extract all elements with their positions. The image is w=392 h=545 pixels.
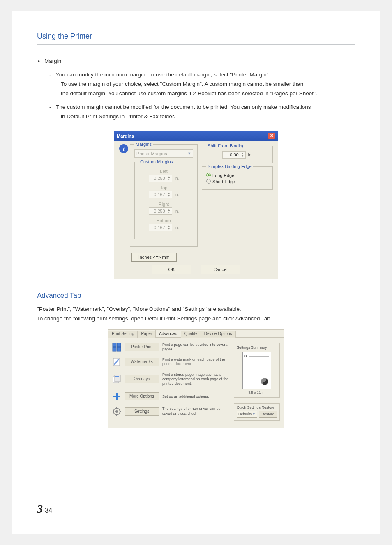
overlays-icon — [112, 375, 121, 384]
left-label: Left — [139, 169, 189, 174]
svg-rect-2 — [113, 347, 116, 351]
chevron-down-icon: ▼ — [187, 152, 191, 156]
poster-print-button[interactable]: Poster Print — [125, 343, 159, 351]
more-options-button[interactable]: More Options — [125, 392, 159, 400]
quick-settings-restore-box: Quick Settings Restore Defaults ▼ Restor… — [234, 403, 280, 421]
tab-quality[interactable]: Quality — [181, 331, 201, 338]
crop-mark — [9, 0, 9, 10]
info-icon: i — [119, 144, 128, 153]
page-content: Using the Printer Margin You can modify … — [12, 11, 380, 534]
right-margin-input[interactable]: ▲▼ — [149, 207, 172, 215]
watermarks-row: Watermarks Print a watermark on each pag… — [112, 357, 230, 367]
crop-mark — [0, 9, 10, 9]
page-suffix: -34 — [43, 507, 52, 514]
more-options-icon — [112, 392, 121, 401]
crop-mark — [9, 535, 9, 545]
short-edge-radio[interactable]: Short Edge — [206, 179, 268, 184]
simplex-binding-legend: Simplex Binding Edge — [206, 164, 253, 169]
svg-rect-3 — [117, 347, 121, 351]
ok-button[interactable]: OK — [152, 265, 191, 274]
poster-print-row: Poster Print Print a page can be devided… — [112, 343, 230, 352]
shift-binding-input[interactable]: ▲▼ — [222, 151, 246, 159]
radio-off-icon — [206, 179, 211, 184]
settings-gear-icon — [112, 407, 121, 416]
paper-size-label: 8.5 x 11 in. — [237, 391, 277, 395]
tab-strip: Print Setting Paper Advanced Quality Dev… — [108, 330, 284, 337]
paper-preview-icon: S — [242, 352, 271, 389]
margin-desc-line: You can modify the minimum margin. To us… — [56, 71, 270, 78]
margin-desc-line: To use the margin of your choice, select… — [61, 81, 303, 87]
crop-mark — [382, 9, 392, 9]
svg-point-12 — [115, 410, 118, 413]
advanced-panel: Print Setting Paper Advanced Quality Dev… — [108, 329, 284, 428]
advanced-panel-figure: Print Setting Paper Advanced Quality Dev… — [37, 329, 355, 428]
crop-mark — [383, 535, 383, 545]
top-margin-input[interactable]: ▲▼ — [149, 191, 172, 198]
overlays-button[interactable]: Overlays — [125, 375, 159, 383]
body-text: Margin You can modify the minimum margin… — [37, 57, 355, 122]
tab-device-options[interactable]: Device Options — [201, 331, 236, 338]
top-label: Top — [139, 185, 189, 190]
margin-mode-select[interactable]: Printer Margins ▼ — [134, 149, 193, 158]
advanced-tab-heading: Advanced Tab — [37, 292, 355, 300]
long-edge-radio[interactable]: Long Edge — [206, 173, 268, 178]
settings-summary-box: Settings Summary S 8.5 x 11 in. — [234, 343, 280, 398]
close-icon[interactable]: ✕ — [268, 133, 275, 139]
settings-desc: The settings of printer driver can be sa… — [162, 407, 230, 416]
crop-mark — [382, 536, 392, 536]
svg-rect-8 — [115, 376, 119, 377]
section-title: Using the Printer — [37, 32, 355, 45]
chevron-down-icon: ▼ — [252, 412, 256, 416]
preview-s-label: S — [244, 354, 247, 358]
settings-row: Settings The settings of printer driver … — [112, 407, 230, 416]
unit-label: in. — [175, 193, 179, 197]
crop-mark — [383, 0, 383, 10]
footer-divider — [37, 501, 355, 501]
tab-advanced[interactable]: Advanced — [155, 330, 181, 337]
short-edge-label: Short Edge — [212, 179, 235, 184]
margins-legend: Margins — [134, 142, 153, 147]
long-edge-label: Long Edge — [212, 173, 234, 178]
more-options-desc: Set up an additional options. — [162, 394, 209, 399]
watermarks-button[interactable]: Watermarks — [125, 358, 159, 366]
svg-rect-10 — [113, 396, 120, 397]
advanced-p1: "Poster Print", "Watermark", "Overlay", … — [37, 306, 241, 312]
quick-settings-restore-title: Quick Settings Restore — [237, 405, 277, 409]
unit-label: in. — [175, 225, 179, 230]
dialog-titlebar: Margins ✕ — [114, 131, 278, 141]
poster-print-desc: Print a page can be devided into several… — [162, 343, 230, 352]
dialog-title-text: Margins — [117, 133, 134, 138]
more-options-row: More Options Set up an additional option… — [112, 392, 230, 401]
chapter-number: 3 — [37, 502, 43, 515]
margins-dialog: Margins ✕ i Margins Printer Margins — [114, 131, 278, 279]
restore-button[interactable]: Restore — [259, 411, 277, 418]
bottom-margin-input[interactable]: ▲▼ — [149, 224, 172, 231]
restore-select[interactable]: Defaults ▼ — [237, 411, 257, 418]
unit-label: in. — [175, 176, 179, 181]
crop-mark — [0, 536, 10, 536]
overlays-row: Overlays Print a stored page image such … — [112, 373, 230, 386]
watermarks-desc: Print a watermark on each page of the pr… — [162, 357, 230, 367]
overlays-desc: Print a stored page image such as a comp… — [162, 373, 230, 386]
custom-margins-legend: Custom Margins — [139, 159, 174, 164]
watermarks-icon — [112, 357, 121, 366]
tab-print-setting[interactable]: Print Setting — [108, 331, 138, 338]
bullet-margin: Margin — [44, 58, 61, 64]
margin-desc-line: the default margin. You cannot use custo… — [61, 90, 317, 97]
right-label: Right — [139, 202, 189, 207]
settings-button[interactable]: Settings — [125, 407, 159, 416]
margins-dialog-figure: Margins ✕ i Margins Printer Margins — [37, 131, 355, 279]
left-margin-input[interactable]: ▲▼ — [149, 175, 172, 182]
page-number: 3-34 — [37, 502, 52, 515]
unit-label: in. — [175, 209, 179, 214]
units-toggle-button[interactable]: inches <=> mm — [131, 253, 177, 262]
radio-on-icon — [206, 173, 211, 177]
margin-mode-value: Printer Margins — [136, 151, 167, 156]
margin-desc-line: The custom margin cannot be modified for… — [56, 104, 311, 110]
unit-label: in. — [248, 153, 253, 157]
settings-summary-title: Settings Summary — [237, 345, 277, 350]
tab-paper[interactable]: Paper — [137, 331, 156, 338]
cancel-button[interactable]: Cancel — [201, 265, 240, 274]
restore-select-value: Defaults — [238, 412, 252, 416]
shift-binding-legend: Shift From Binding — [206, 143, 246, 148]
